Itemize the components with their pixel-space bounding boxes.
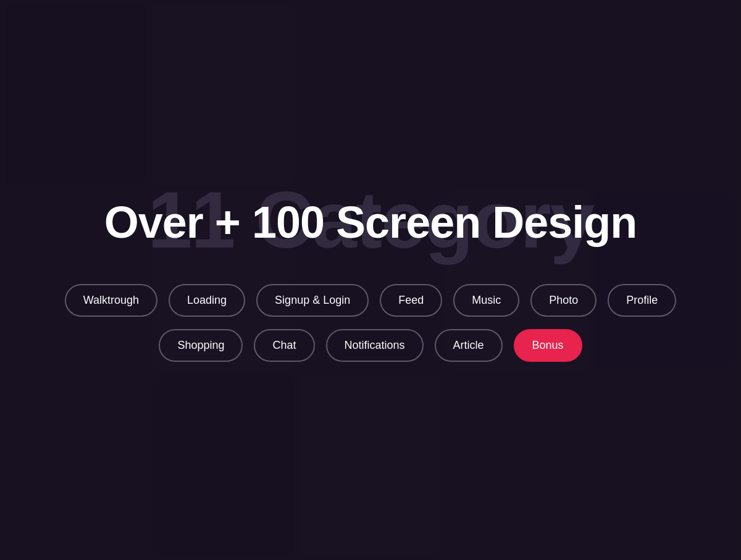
- tag-walktrough[interactable]: Walktrough: [65, 284, 157, 317]
- tag-chat[interactable]: Chat: [254, 329, 314, 362]
- tags-row-2: Shopping Chat Notifications Article Bonu…: [159, 329, 582, 362]
- tag-loading[interactable]: Loading: [169, 284, 245, 317]
- tag-notifications[interactable]: Notifications: [326, 329, 424, 362]
- tags-section: Walktrough Loading Signup & Login Feed M…: [65, 284, 677, 362]
- tag-article[interactable]: Article: [435, 329, 503, 362]
- tag-signup-login[interactable]: Signup & Login: [256, 284, 369, 317]
- hero-section: 11 Category Over + 100 Screen Design: [104, 198, 637, 247]
- main-headline: Over + 100 Screen Design: [104, 198, 637, 247]
- tag-photo[interactable]: Photo: [530, 284, 597, 317]
- tag-shopping[interactable]: Shopping: [159, 329, 243, 362]
- tags-row-1: Walktrough Loading Signup & Login Feed M…: [65, 284, 677, 317]
- tag-feed[interactable]: Feed: [380, 284, 442, 317]
- main-content: 11 Category Over + 100 Screen Design Wal…: [0, 0, 741, 560]
- tag-bonus[interactable]: Bonus: [514, 329, 582, 362]
- tag-profile[interactable]: Profile: [608, 284, 676, 317]
- tag-music[interactable]: Music: [453, 284, 519, 317]
